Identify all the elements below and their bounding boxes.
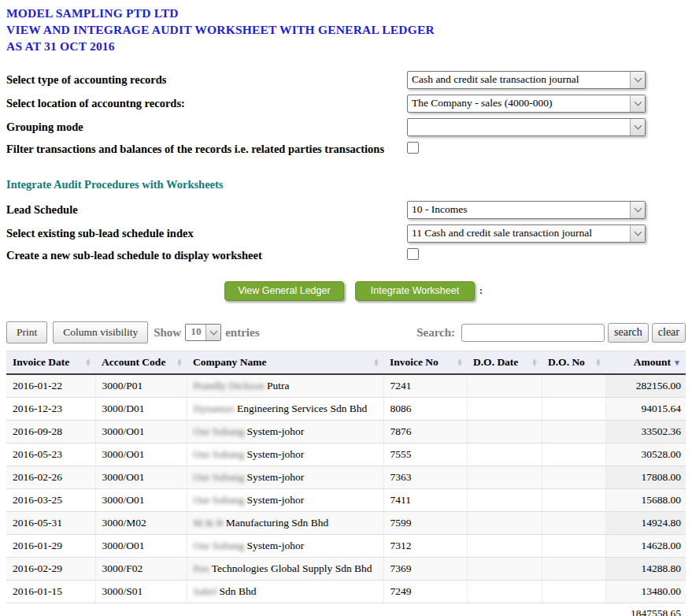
account-code-cell: 3000/O01	[95, 489, 187, 512]
do-date-cell	[467, 558, 542, 581]
table-row[interactable]: 2016-01-22 3000/P01 Prandly DicksonPutra…	[6, 374, 686, 398]
do-no-cell	[542, 535, 605, 558]
amount-cell: 15688.00	[605, 489, 686, 512]
filter-checkbox[interactable]	[407, 142, 419, 154]
company-visible: System-johor	[246, 448, 304, 460]
grouping-label: Grouping mode	[6, 121, 407, 134]
company-visible: System-johor	[246, 471, 304, 483]
invoice-no-cell: 7599	[383, 512, 467, 535]
table-row[interactable]: 2016-01-15 3000/S01 SahelSdn Bhd 7249 13…	[6, 581, 686, 603]
column-header-do-date[interactable]: D.O. Date▲▼	[467, 351, 542, 375]
search-button[interactable]: search	[608, 323, 649, 343]
invoice-date-cell: 2016-01-15	[6, 581, 95, 603]
amount-cell: 14288.80	[605, 558, 686, 581]
table-row[interactable]: 2016-09-28 3000/O01 Our SubangSystem-joh…	[6, 421, 686, 443]
table-row[interactable]: 2016-05-31 3000/M02 M & RManufacturing S…	[6, 512, 686, 535]
invoice-no-cell: 7249	[383, 581, 467, 603]
column-header-do-no[interactable]: D.O. No▲▼	[542, 351, 605, 375]
do-date-cell	[467, 512, 542, 535]
clear-button[interactable]: clear	[652, 323, 686, 343]
grouping-select[interactable]	[407, 118, 646, 136]
table-row[interactable]: 2016-02-26 3000/O01 Our SubangSystem-joh…	[6, 466, 686, 489]
chevron-down-icon[interactable]	[630, 202, 645, 218]
column-visibility-button[interactable]: Column visibility	[53, 321, 148, 343]
column-header-company-name[interactable]: Company Name▲▼	[187, 351, 383, 375]
amount-cell: 94015.64	[605, 398, 686, 421]
sublead-index-label: Select existing sub-lead schedule index	[6, 227, 407, 240]
print-button[interactable]: Print	[6, 321, 47, 343]
view-general-ledger-button[interactable]: View General Ledger	[224, 281, 344, 301]
filter-label: Filter transactions and balances of the …	[6, 143, 407, 156]
invoice-date-cell: 2016-03-25	[6, 489, 95, 512]
do-no-cell	[542, 466, 605, 489]
column-header-account-code[interactable]: Account Code▲▼	[95, 351, 187, 375]
location-label: Select location of accountng records:	[6, 97, 407, 110]
do-date-cell	[467, 421, 542, 443]
amount-cell: 13480.00	[605, 581, 686, 603]
invoice-date-cell: 2016-05-23	[6, 443, 95, 466]
redacted-text: Dynamax	[194, 403, 235, 414]
invoice-date-cell: 2016-05-31	[6, 512, 95, 535]
amount-cell: 14924.80	[605, 512, 686, 535]
table-row[interactable]: 2016-12-23 3000/D01 DynamaxEngineering S…	[6, 398, 686, 421]
type-select[interactable]: Cash and credit sale transaction journal	[407, 71, 646, 89]
company-name-cell: PaxTechnologies Global Supply Sdn Bhd	[187, 558, 383, 581]
company-visible: Technologies Global Supply Sdn Bhd	[212, 562, 372, 574]
company-visible: Putra	[267, 380, 290, 391]
table-row[interactable]: 2016-02-29 3000/F02 PaxTechnologies Glob…	[6, 558, 686, 581]
company-name-cell: Our SubangSystem-johor	[187, 421, 383, 443]
chevron-down-icon[interactable]	[630, 72, 645, 88]
redacted-text: Our Subang	[194, 540, 245, 551]
sublead-index-select[interactable]: 11 Cash and credit sale transaction jour…	[407, 225, 646, 243]
search-input[interactable]	[461, 324, 605, 342]
grouping-select-value	[408, 119, 630, 135]
type-label: Select type of accounting records	[6, 73, 407, 87]
lead-schedule-label: Lead Schedule	[6, 203, 407, 217]
page-title: MODEL SAMPLING PTD LTD VIEW AND INTEGRAG…	[6, 5, 686, 54]
column-header-invoice-no[interactable]: Invoice No▲▼	[383, 351, 467, 375]
do-date-cell	[467, 466, 542, 489]
account-code-cell: 3000/F02	[95, 558, 187, 581]
redacted-text: Sahel	[194, 585, 217, 597]
form-row-grouping: Grouping mode	[6, 115, 686, 139]
search-label: Search:	[416, 326, 455, 340]
page-length-control: Show 10 entries	[154, 324, 259, 341]
do-no-cell	[542, 443, 605, 466]
form-row-sublead: Select existing sub-lead schedule index …	[6, 221, 686, 245]
do-no-cell	[542, 512, 605, 535]
invoice-no-cell: 7363	[383, 466, 467, 489]
location-select[interactable]: The Company - sales (4000-000)	[407, 95, 646, 113]
chevron-down-icon[interactable]	[630, 119, 645, 135]
column-header-invoice-date[interactable]: Invoice Date▲▼	[6, 351, 95, 375]
table-row[interactable]: 2016-01-29 3000/O01 Our SubangSystem-joh…	[6, 535, 686, 558]
sort-icon: ▲▼	[531, 358, 538, 366]
company-name-cell: Prandly DicksonPutra	[187, 374, 383, 398]
integrate-worksheet-button[interactable]: Integrate Worksheet	[355, 281, 475, 301]
table-row[interactable]: 2016-03-25 3000/O01 Our SubangSystem-joh…	[6, 489, 686, 512]
chevron-down-icon[interactable]	[630, 95, 645, 112]
do-no-cell	[542, 581, 605, 603]
form-row-create-sublead: Create a new sub-lead schedule to displa…	[6, 245, 686, 265]
column-header-amount[interactable]: Amount▼	[605, 351, 686, 375]
create-sublead-checkbox[interactable]	[407, 248, 419, 260]
invoice-date-cell: 2016-02-26	[6, 466, 95, 489]
integrate-form: Lead Schedule 10 - Incomes Select existi…	[6, 198, 686, 265]
sublead-index-select-value: 11 Cash and credit sale transaction jour…	[408, 225, 630, 242]
lead-schedule-select[interactable]: 10 - Incomes	[407, 201, 646, 219]
company-name-cell: SahelSdn Bhd	[187, 581, 383, 603]
form-row-lead: Lead Schedule 10 - Incomes	[6, 198, 686, 221]
table-row[interactable]: 2016-05-23 3000/O01 Our SubangSystem-joh…	[6, 443, 686, 466]
chevron-down-icon[interactable]	[205, 325, 220, 340]
chevron-down-icon[interactable]	[630, 225, 645, 242]
lead-schedule-select-value: 10 - Incomes	[408, 202, 630, 218]
do-no-cell	[542, 558, 605, 581]
sort-desc-icon: ▼	[673, 358, 681, 367]
invoice-date-cell: 2016-02-29	[6, 558, 95, 581]
account-code-cell: 3000/O01	[95, 466, 187, 489]
company-visible: Sdn Bhd	[220, 585, 257, 597]
company-visible: Manufacturing Sdn Bhd	[226, 517, 329, 529]
invoice-date-cell: 2016-01-22	[6, 374, 95, 398]
page-length-select[interactable]: 10	[185, 324, 221, 341]
redacted-text: Our Subang	[194, 425, 245, 437]
account-code-cell: 3000/D01	[95, 398, 187, 421]
